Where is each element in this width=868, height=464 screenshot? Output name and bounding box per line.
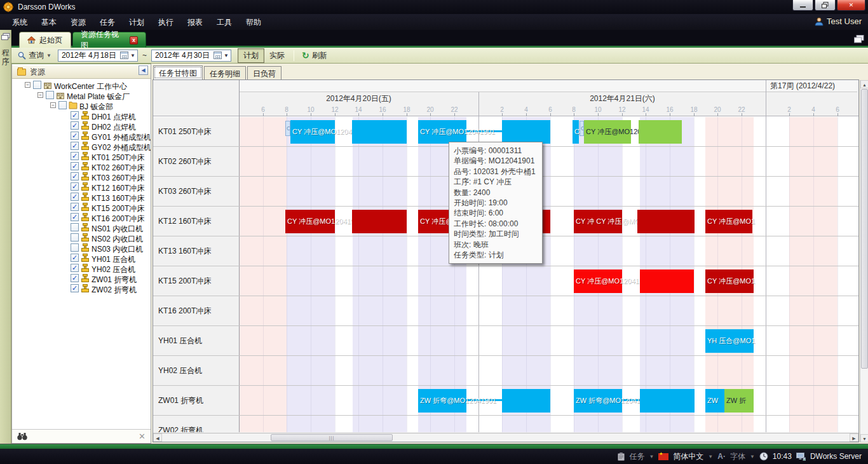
tree-collapse-icon[interactable]: − (25, 82, 31, 88)
menu-item-5[interactable]: 执行 (151, 14, 180, 30)
task-bar[interactable] (352, 210, 407, 233)
task-bar[interactable]: CY 冲压@MO12041903 (574, 270, 622, 293)
task-bar[interactable]: ZW (705, 389, 724, 413)
minimize-button[interactable] (792, 0, 813, 11)
tree-checkbox[interactable] (71, 243, 79, 252)
task-bar[interactable] (639, 120, 682, 144)
status-font-dropdown-icon[interactable]: ▼ (750, 454, 755, 460)
task-bar[interactable]: CY 冲压@MO12041904 (285, 210, 335, 233)
vscroll-thumb[interactable] (861, 89, 868, 369)
tree-checkbox[interactable] (33, 81, 41, 89)
menu-item-0[interactable]: 系统 (5, 14, 34, 30)
task-bar[interactable] (640, 270, 694, 293)
status-font-label[interactable]: 字体 (730, 451, 745, 462)
close-panel-icon[interactable]: ✕ (139, 432, 146, 441)
vertical-scrollbar[interactable]: ▲ ▼ (860, 80, 868, 442)
task-bar[interactable]: YH 压合@MO1 (705, 329, 754, 353)
tree-item-dh01[interactable]: ✓DH01 点焊机 (12, 111, 151, 121)
tree-item-ns01[interactable]: NS01 内收口机 (12, 222, 151, 233)
tree-item-kt13[interactable]: ✓KT13 160T冲床 (12, 192, 151, 202)
tree-checkbox[interactable]: ✓ (71, 284, 79, 292)
tree-item-kt01[interactable]: ✓KT01 250T冲床 (12, 151, 151, 161)
task-bar[interactable]: CY 冲压@MO1 (705, 270, 754, 293)
tree-checkbox[interactable] (71, 223, 79, 231)
scroll-left-icon[interactable]: ◀ (153, 433, 162, 442)
tree-item-kt12[interactable]: ✓KT12 160T冲床 (12, 182, 151, 192)
task-bar[interactable] (502, 389, 550, 413)
tab-daily-load[interactable]: 日负荷 (247, 66, 281, 80)
tab-task-gantt[interactable]: 任务甘特图 (153, 65, 203, 79)
menu-item-1[interactable]: 基本 (34, 14, 64, 30)
tree-collapse-icon[interactable]: − (50, 102, 56, 108)
tree-item-kt15[interactable]: ✓KT15 200T冲床 (12, 202, 151, 212)
tree-checkbox[interactable]: ✓ (71, 162, 79, 170)
tree-checkbox[interactable]: ✓ (71, 142, 79, 150)
tree-item-yh02[interactable]: ✓YH02 压合机 (12, 263, 151, 273)
query-button[interactable]: 查询 ▼ (14, 49, 55, 62)
tree-item-workcenter[interactable]: −WorkCenter 工作中心 (12, 80, 151, 90)
menu-item-8[interactable]: 帮助 (239, 14, 268, 30)
tree-item-ns03[interactable]: NS03 内收口机 (12, 243, 151, 253)
actual-toggle-button[interactable]: 实际 (264, 49, 290, 62)
tree-checkbox[interactable]: ✓ (71, 121, 79, 130)
tree-checkbox[interactable]: ✓ (71, 193, 79, 201)
task-bar[interactable]: CY 冲压@MO12041902 (584, 120, 631, 144)
task-bar[interactable] (502, 120, 550, 144)
scroll-right-icon[interactable]: ▶ (850, 433, 858, 442)
scroll-up-icon[interactable]: ▲ (860, 80, 868, 88)
plan-toggle-button[interactable]: 计划 (238, 48, 264, 63)
maximize-button[interactable] (815, 0, 836, 11)
hscroll-thumb[interactable]: ||| (271, 434, 393, 441)
tab-home[interactable]: 起始页 (19, 32, 71, 48)
tree-checkbox[interactable]: ✓ (71, 203, 79, 211)
tree-checkbox[interactable]: ✓ (71, 274, 79, 282)
tree-checkbox[interactable]: ✓ (71, 264, 79, 272)
tree-item-zw02[interactable]: ✓ZW02 折弯机 (12, 283, 151, 294)
status-language-label[interactable]: 简体中文 (673, 451, 703, 462)
tree-checkbox[interactable]: ✓ (71, 111, 79, 119)
refresh-button[interactable]: ↻ 刷新 (298, 49, 331, 62)
date-to-picker[interactable]: 2012年 4月30日 ▼ (151, 50, 231, 62)
tree-checkbox[interactable] (71, 233, 79, 242)
task-marker[interactable]: C (285, 121, 290, 136)
query-dropdown-icon[interactable]: ▼ (46, 53, 51, 58)
tree-checkbox[interactable] (46, 91, 54, 99)
tree-item-gy02[interactable]: ✓GY02 外桶成型机 (12, 141, 151, 151)
close-button[interactable]: ✕ (837, 0, 865, 11)
task-bar[interactable] (352, 120, 407, 144)
menu-item-4[interactable]: 计划 (122, 14, 151, 30)
task-bar[interactable] (640, 389, 695, 413)
task-bar[interactable]: CY 冲压@MO12041901 (418, 120, 466, 144)
tree-collapse-icon[interactable]: − (37, 92, 43, 98)
collapse-panel-button[interactable]: ◀ (139, 65, 148, 75)
date-from-picker[interactable]: 2012年 4月18日 ▼ (58, 50, 138, 62)
menu-item-3[interactable]: 任务 (93, 14, 122, 30)
task-bar[interactable] (637, 210, 695, 233)
find-icon[interactable] (17, 432, 27, 440)
tree-item-metal[interactable]: −Metal Plate 钣金厂 (12, 90, 151, 100)
status-tasks-dropdown-icon[interactable]: ▼ (649, 454, 654, 460)
task-bar[interactable]: CY 冲压@MO1 (705, 210, 752, 233)
tree-checkbox[interactable]: ✓ (71, 152, 79, 160)
tree-item-gy01[interactable]: ✓GY01 外桶成型机 (12, 131, 151, 141)
tree-item-kt16[interactable]: ✓KT16 200T冲床 (12, 212, 151, 222)
task-bar[interactable]: CY 冲 CY 冲压@MO12041904 (574, 210, 622, 233)
tree-item-kt03[interactable]: ✓KT03 260T冲床 (12, 172, 151, 182)
tab-resource-task-view[interactable]: 资源任务视图 x (72, 32, 146, 48)
status-tasks-label[interactable]: 任务 (629, 451, 644, 462)
tree-checkbox[interactable] (58, 101, 67, 109)
menu-item-6[interactable]: 报表 (180, 14, 210, 30)
tree-checkbox[interactable]: ✓ (71, 172, 79, 181)
tree-checkbox[interactable]: ✓ (71, 182, 79, 191)
task-bar[interactable]: C (573, 120, 579, 144)
menu-item-7[interactable]: 工具 (210, 14, 239, 30)
tree-item-bj[interactable]: −BJ 钣金部 (12, 100, 151, 111)
tree-item-yh01[interactable]: ✓YH01 压合机 (12, 253, 151, 263)
task-marker[interactable]: C (580, 121, 584, 136)
tree-item-ns02[interactable]: NS02 内收口机 (12, 233, 151, 243)
tree-checkbox[interactable]: ✓ (71, 254, 79, 262)
date-from-dropdown-icon[interactable]: ▼ (128, 53, 137, 58)
horizontal-scrollbar[interactable]: ◀▶||| (153, 433, 858, 442)
tree-checkbox[interactable]: ✓ (71, 213, 79, 221)
menu-item-2[interactable]: 资源 (64, 14, 93, 30)
